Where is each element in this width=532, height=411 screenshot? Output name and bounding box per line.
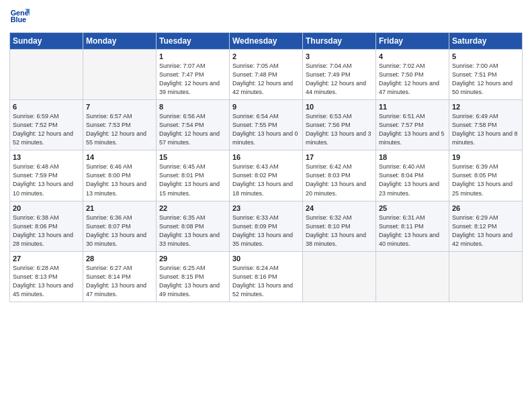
day-number: 27 [13,255,80,263]
day-number: 23 [232,204,300,212]
day-info: Sunrise: 6:33 AMSunset: 8:09 PMDaylight:… [232,214,300,248]
day-number: 7 [86,103,153,111]
calendar-cell [83,50,157,100]
calendar-cell: 5Sunrise: 7:00 AMSunset: 7:51 PMDaylight… [449,50,523,100]
calendar-cell [10,50,83,100]
day-number: 1 [159,52,226,60]
day-number: 30 [232,255,300,263]
calendar-cell: 23Sunrise: 6:33 AMSunset: 8:09 PMDayligh… [230,201,303,251]
day-info: Sunrise: 6:42 AMSunset: 8:03 PMDaylight:… [306,163,373,197]
weekday-header-thursday: Thursday [303,33,376,50]
day-info: Sunrise: 6:56 AMSunset: 7:54 PMDaylight:… [159,112,226,147]
day-number: 16 [232,153,300,161]
day-info: Sunrise: 6:29 AMSunset: 8:12 PMDaylight:… [452,214,519,248]
day-info: Sunrise: 6:57 AMSunset: 7:53 PMDaylight:… [86,112,153,147]
weekday-header-monday: Monday [83,33,157,50]
calendar-cell: 26Sunrise: 6:29 AMSunset: 8:12 PMDayligh… [449,201,523,251]
weekday-header-wednesday: Wednesday [230,33,303,50]
calendar-cell: 21Sunrise: 6:36 AMSunset: 8:07 PMDayligh… [83,201,157,251]
day-info: Sunrise: 6:53 AMSunset: 7:56 PMDaylight:… [306,112,373,147]
calendar-cell: 11Sunrise: 6:51 AMSunset: 7:57 PMDayligh… [376,100,449,150]
day-number: 4 [379,52,446,60]
day-info: Sunrise: 6:40 AMSunset: 8:04 PMDaylight:… [379,163,446,197]
calendar-cell: 6Sunrise: 6:59 AMSunset: 7:52 PMDaylight… [10,100,83,150]
day-number: 5 [452,52,519,60]
calendar-cell: 7Sunrise: 6:57 AMSunset: 7:53 PMDaylight… [83,100,157,150]
weekday-header-row: SundayMondayTuesdayWednesdayThursdayFrid… [10,33,523,50]
calendar-cell: 29Sunrise: 6:25 AMSunset: 8:15 PMDayligh… [157,251,230,302]
day-info: Sunrise: 6:35 AMSunset: 8:08 PMDaylight:… [159,214,226,248]
day-info: Sunrise: 6:49 AMSunset: 7:58 PMDaylight:… [452,112,519,147]
day-info: Sunrise: 6:27 AMSunset: 8:14 PMDaylight:… [86,264,153,299]
day-number: 26 [452,204,519,212]
day-info: Sunrise: 6:25 AMSunset: 8:15 PMDaylight:… [159,264,226,299]
day-info: Sunrise: 6:38 AMSunset: 8:06 PMDaylight:… [13,214,80,248]
calendar-cell: 8Sunrise: 6:56 AMSunset: 7:54 PMDaylight… [157,100,230,150]
day-number: 8 [159,103,226,111]
day-number: 12 [452,103,519,111]
calendar-cell: 10Sunrise: 6:53 AMSunset: 7:56 PMDayligh… [303,100,376,150]
week-row-3: 13Sunrise: 6:48 AMSunset: 7:59 PMDayligh… [10,150,523,201]
calendar-cell: 9Sunrise: 6:54 AMSunset: 7:55 PMDaylight… [230,100,303,150]
calendar-page: General Blue SundayMondayTuesdayWednesda… [0,0,532,411]
day-info: Sunrise: 6:24 AMSunset: 8:16 PMDaylight:… [232,264,300,299]
day-number: 17 [306,153,373,161]
day-number: 15 [159,153,226,161]
day-info: Sunrise: 6:46 AMSunset: 8:00 PMDaylight:… [86,163,153,197]
day-info: Sunrise: 7:05 AMSunset: 7:48 PMDaylight:… [232,62,300,97]
logo-icon: General Blue [9,7,30,27]
calendar-cell [449,251,523,302]
day-number: 2 [232,52,300,60]
day-info: Sunrise: 7:07 AMSunset: 7:47 PMDaylight:… [159,62,226,97]
calendar-cell: 1Sunrise: 7:07 AMSunset: 7:47 PMDaylight… [157,50,230,100]
weekday-header-saturday: Saturday [449,33,523,50]
day-number: 20 [13,204,80,212]
calendar-cell: 24Sunrise: 6:32 AMSunset: 8:10 PMDayligh… [303,201,376,251]
day-number: 22 [159,204,226,212]
day-info: Sunrise: 6:28 AMSunset: 8:13 PMDaylight:… [13,264,80,299]
calendar-cell: 15Sunrise: 6:45 AMSunset: 8:01 PMDayligh… [157,150,230,201]
logo: General Blue [9,7,32,27]
calendar-cell: 20Sunrise: 6:38 AMSunset: 8:06 PMDayligh… [10,201,83,251]
day-number: 11 [379,103,446,111]
day-number: 21 [86,204,153,212]
calendar-cell [376,251,449,302]
day-info: Sunrise: 6:54 AMSunset: 7:55 PMDaylight:… [232,112,300,147]
week-row-5: 27Sunrise: 6:28 AMSunset: 8:13 PMDayligh… [10,251,523,302]
calendar-cell: 25Sunrise: 6:31 AMSunset: 8:11 PMDayligh… [376,201,449,251]
day-info: Sunrise: 6:39 AMSunset: 8:05 PMDaylight:… [452,163,519,197]
day-info: Sunrise: 6:45 AMSunset: 8:01 PMDaylight:… [159,163,226,197]
calendar-cell: 19Sunrise: 6:39 AMSunset: 8:05 PMDayligh… [449,150,523,201]
day-number: 24 [306,204,373,212]
day-number: 10 [306,103,373,111]
calendar-cell: 27Sunrise: 6:28 AMSunset: 8:13 PMDayligh… [10,251,83,302]
calendar-cell: 2Sunrise: 7:05 AMSunset: 7:48 PMDaylight… [230,50,303,100]
day-number: 13 [13,153,80,161]
day-number: 25 [379,204,446,212]
day-info: Sunrise: 6:59 AMSunset: 7:52 PMDaylight:… [13,112,80,147]
day-info: Sunrise: 6:48 AMSunset: 7:59 PMDaylight:… [13,163,80,197]
calendar-cell: 3Sunrise: 7:04 AMSunset: 7:49 PMDaylight… [303,50,376,100]
calendar-cell: 30Sunrise: 6:24 AMSunset: 8:16 PMDayligh… [230,251,303,302]
day-info: Sunrise: 6:43 AMSunset: 8:02 PMDaylight:… [232,163,300,197]
calendar-table: SundayMondayTuesdayWednesdayThursdayFrid… [9,32,523,302]
calendar-cell [303,251,376,302]
calendar-cell: 13Sunrise: 6:48 AMSunset: 7:59 PMDayligh… [10,150,83,201]
calendar-cell: 17Sunrise: 6:42 AMSunset: 8:03 PMDayligh… [303,150,376,201]
day-info: Sunrise: 6:36 AMSunset: 8:07 PMDaylight:… [86,214,153,248]
calendar-cell: 18Sunrise: 6:40 AMSunset: 8:04 PMDayligh… [376,150,449,201]
day-info: Sunrise: 6:51 AMSunset: 7:57 PMDaylight:… [379,112,446,147]
day-info: Sunrise: 7:04 AMSunset: 7:49 PMDaylight:… [306,62,373,97]
day-number: 28 [86,255,153,263]
day-number: 29 [159,255,226,263]
calendar-cell: 14Sunrise: 6:46 AMSunset: 8:00 PMDayligh… [83,150,157,201]
weekday-header-tuesday: Tuesday [157,33,230,50]
week-row-1: 1Sunrise: 7:07 AMSunset: 7:47 PMDaylight… [10,50,523,100]
day-info: Sunrise: 7:00 AMSunset: 7:51 PMDaylight:… [452,62,519,97]
weekday-header-friday: Friday [376,33,449,50]
weekday-header-sunday: Sunday [10,33,83,50]
calendar-cell: 16Sunrise: 6:43 AMSunset: 8:02 PMDayligh… [230,150,303,201]
calendar-cell: 4Sunrise: 7:02 AMSunset: 7:50 PMDaylight… [376,50,449,100]
week-row-2: 6Sunrise: 6:59 AMSunset: 7:52 PMDaylight… [10,100,523,150]
day-number: 18 [379,153,446,161]
